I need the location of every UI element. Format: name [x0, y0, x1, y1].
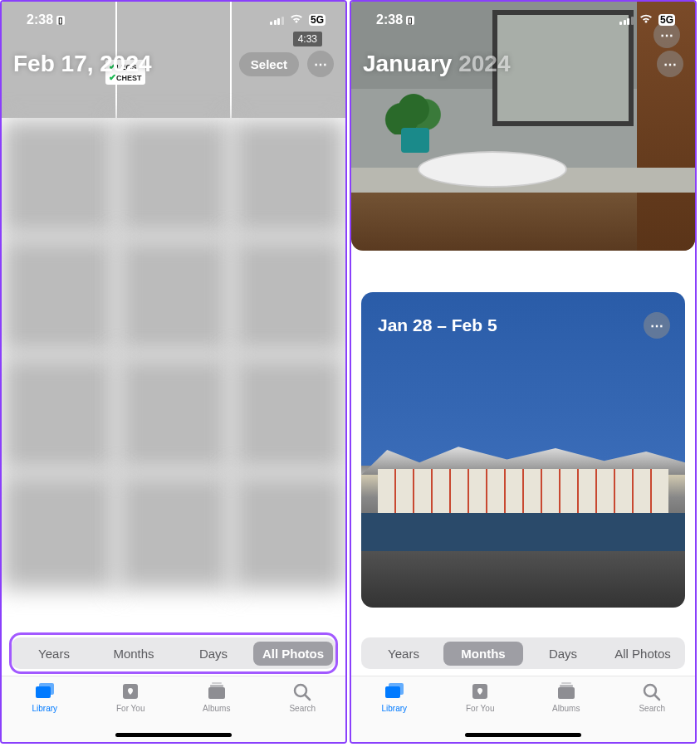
albums-icon [206, 681, 228, 701]
svg-rect-4 [210, 685, 223, 687]
albums-icon [556, 681, 577, 701]
ellipsis-icon: ⋯ [650, 318, 663, 334]
svg-line-7 [305, 695, 310, 700]
home-indicator[interactable] [115, 733, 232, 737]
svg-rect-11 [558, 687, 575, 699]
wifi-icon [289, 12, 304, 27]
library-header: January 2024 ⋯ [351, 43, 695, 85]
svg-rect-3 [208, 687, 225, 699]
wifi-icon [639, 12, 653, 27]
segment-all-photos[interactable]: All Photos [603, 642, 683, 666]
select-button[interactable]: Select [239, 52, 299, 76]
month-title: January 2024 [363, 51, 510, 77]
time-scale-segmented-control[interactable]: Years Months Days All Photos [12, 637, 335, 669]
for-you-icon [469, 681, 491, 701]
tab-search[interactable]: Search [609, 681, 696, 742]
tab-label: Albums [203, 704, 230, 713]
library-icon [384, 681, 405, 701]
card-date-range: Jan 28 – Feb 5 [378, 315, 497, 335]
segment-days[interactable]: Days [174, 642, 253, 666]
segment-months[interactable]: Months [443, 642, 523, 666]
more-options-button[interactable]: ⋯ [307, 51, 334, 77]
time-scale-segmented-control[interactable]: Years Months Days All Photos [361, 637, 685, 669]
tab-library[interactable]: Library [351, 681, 438, 742]
photo-grid[interactable] [2, 2, 345, 742]
tab-bar: Library For You Albums Search [351, 676, 695, 742]
library-header: Feb 17, 2024 Select ⋯ [2, 43, 345, 85]
tab-label: Library [381, 704, 407, 713]
tab-bar: Library For You Albums Search [2, 676, 345, 742]
svg-rect-1 [39, 683, 54, 695]
segment-days[interactable]: Days [523, 642, 603, 666]
segment-months[interactable]: Months [94, 642, 174, 666]
for-you-icon [120, 681, 141, 701]
segment-years[interactable]: Years [14, 642, 94, 666]
tab-label: For You [116, 704, 144, 713]
tab-label: Library [32, 704, 57, 713]
tab-library[interactable]: Library [2, 681, 88, 742]
status-profile-icon: ▯ [56, 16, 65, 25]
segment-all-photos[interactable]: All Photos [253, 642, 333, 666]
photo-thumbnail-bathroom [351, 2, 695, 251]
svg-rect-13 [561, 682, 571, 684]
network-badge: 5G [309, 14, 326, 26]
tab-label: Search [289, 704, 316, 713]
svg-rect-9 [389, 683, 404, 695]
phone-screen-months: ⋯ Jan 28 – Feb 5 ⋯ 2:38 ▯ 5G Janu [350, 0, 697, 744]
status-time: 2:38 [27, 12, 53, 27]
tab-label: Search [639, 704, 665, 713]
status-time: 2:38 [376, 12, 403, 27]
cellular-signal-icon [270, 15, 284, 25]
phone-screen-all-photos: 4:33 ✔LEGS ✔CHEST 2:38 ▯ 5G Feb 17, 2024… [0, 0, 347, 744]
tab-search[interactable]: Search [260, 681, 346, 742]
status-bar: 2:38 ▯ 5G [351, 2, 695, 38]
photo-thumbnail-mountain [361, 292, 685, 608]
ellipsis-icon: ⋯ [314, 56, 327, 72]
tab-label: For You [466, 704, 494, 713]
week-card-jan28-feb5[interactable]: Jan 28 – Feb 5 ⋯ [361, 292, 685, 608]
svg-line-15 [654, 695, 659, 700]
search-icon [641, 681, 663, 701]
svg-rect-5 [212, 682, 222, 684]
ellipsis-icon: ⋯ [663, 56, 677, 72]
search-icon [291, 681, 313, 701]
svg-rect-12 [560, 685, 573, 687]
status-profile-icon: ▯ [406, 16, 414, 25]
month-card-january[interactable]: ⋯ [351, 2, 695, 251]
status-bar: 2:38 ▯ 5G [2, 2, 345, 38]
more-options-button[interactable]: ⋯ [657, 51, 683, 77]
library-icon [34, 681, 56, 701]
months-scroll[interactable]: ⋯ Jan 28 – Feb 5 ⋯ [351, 2, 695, 742]
card-more-button[interactable]: ⋯ [644, 312, 670, 339]
cellular-signal-icon [619, 15, 634, 25]
home-indicator[interactable] [465, 733, 581, 737]
segment-years[interactable]: Years [364, 642, 443, 666]
network-badge: 5G [658, 14, 675, 26]
date-title: Feb 17, 2024 [13, 51, 152, 77]
tab-label: Albums [552, 704, 580, 713]
